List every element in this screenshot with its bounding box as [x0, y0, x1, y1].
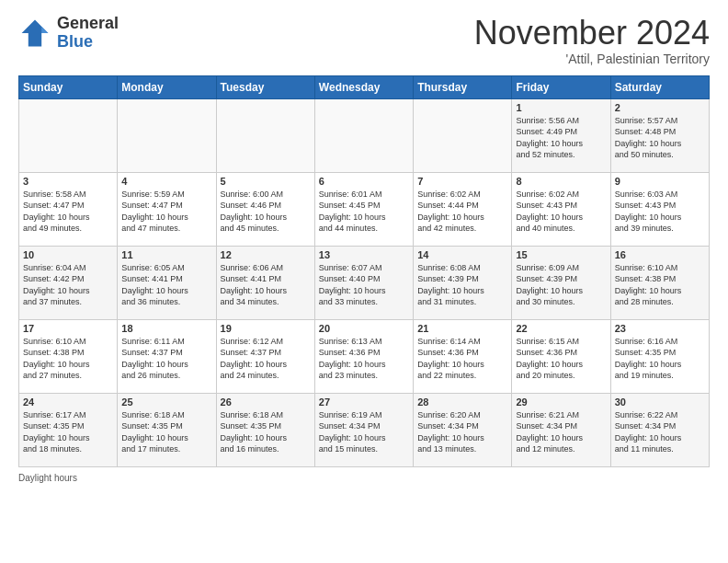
- day-number: 9: [615, 176, 705, 187]
- day-number: 4: [121, 176, 211, 187]
- logo-general: General: [57, 15, 119, 33]
- header: General Blue November 2024 'Attil, Pales…: [18, 15, 710, 66]
- day-number: 1: [516, 102, 606, 113]
- calendar-cell: [19, 98, 118, 172]
- day-number: 6: [319, 176, 409, 187]
- day-info: Sunrise: 6:16 AM Sunset: 4:35 PM Dayligh…: [615, 336, 705, 382]
- location-subtitle: 'Attil, Palestinian Territory: [474, 52, 710, 66]
- calendar-cell: 10Sunrise: 6:04 AM Sunset: 4:42 PM Dayli…: [19, 246, 118, 319]
- daylight-label: Daylight hours: [18, 473, 77, 483]
- day-number: 12: [221, 249, 311, 260]
- day-info: Sunrise: 6:20 AM Sunset: 4:34 PM Dayligh…: [417, 409, 507, 455]
- calendar-week-1: 1Sunrise: 5:56 AM Sunset: 4:49 PM Daylig…: [19, 98, 710, 172]
- calendar-cell: 30Sunrise: 6:22 AM Sunset: 4:34 PM Dayli…: [610, 393, 709, 466]
- day-info: Sunrise: 6:07 AM Sunset: 4:40 PM Dayligh…: [319, 262, 409, 308]
- calendar: SundayMondayTuesdayWednesdayThursdayFrid…: [18, 75, 710, 467]
- day-info: Sunrise: 5:58 AM Sunset: 4:47 PM Dayligh…: [23, 189, 113, 235]
- calendar-cell: 16Sunrise: 6:10 AM Sunset: 4:38 PM Dayli…: [610, 246, 709, 319]
- day-info: Sunrise: 6:06 AM Sunset: 4:41 PM Dayligh…: [221, 262, 311, 308]
- calendar-week-3: 10Sunrise: 6:04 AM Sunset: 4:42 PM Dayli…: [19, 246, 710, 319]
- calendar-week-2: 3Sunrise: 5:58 AM Sunset: 4:47 PM Daylig…: [19, 172, 710, 246]
- calendar-cell: 13Sunrise: 6:07 AM Sunset: 4:40 PM Dayli…: [314, 246, 413, 319]
- day-info: Sunrise: 6:15 AM Sunset: 4:36 PM Dayligh…: [516, 336, 606, 382]
- calendar-cell: 17Sunrise: 6:10 AM Sunset: 4:38 PM Dayli…: [19, 319, 118, 393]
- day-number: 22: [516, 323, 606, 334]
- day-number: 26: [221, 396, 311, 408]
- day-number: 14: [417, 249, 507, 260]
- day-number: 27: [319, 396, 409, 408]
- calendar-cell: 26Sunrise: 6:18 AM Sunset: 4:35 PM Dayli…: [216, 393, 314, 466]
- day-number: 24: [23, 396, 113, 408]
- calendar-cell: 11Sunrise: 6:05 AM Sunset: 4:41 PM Dayli…: [118, 246, 216, 319]
- month-title: November 2024: [474, 15, 710, 52]
- day-info: Sunrise: 5:56 AM Sunset: 4:49 PM Dayligh…: [516, 115, 606, 161]
- day-info: Sunrise: 6:02 AM Sunset: 4:43 PM Dayligh…: [516, 189, 606, 235]
- day-info: Sunrise: 6:21 AM Sunset: 4:34 PM Dayligh…: [516, 409, 606, 455]
- title-block: November 2024 'Attil, Palestinian Territ…: [474, 15, 710, 66]
- day-info: Sunrise: 6:18 AM Sunset: 4:35 PM Dayligh…: [121, 409, 211, 455]
- calendar-cell: 20Sunrise: 6:13 AM Sunset: 4:36 PM Dayli…: [314, 319, 413, 393]
- logo: General Blue: [18, 15, 119, 52]
- day-number: 29: [516, 396, 606, 408]
- day-info: Sunrise: 6:03 AM Sunset: 4:43 PM Dayligh…: [615, 189, 705, 235]
- col-header-friday: Friday: [512, 75, 610, 98]
- calendar-cell: 9Sunrise: 6:03 AM Sunset: 4:43 PM Daylig…: [610, 172, 709, 246]
- page: General Blue November 2024 'Attil, Pales…: [0, 0, 728, 563]
- day-info: Sunrise: 6:10 AM Sunset: 4:38 PM Dayligh…: [615, 262, 705, 308]
- calendar-cell: [314, 98, 413, 172]
- day-info: Sunrise: 6:18 AM Sunset: 4:35 PM Dayligh…: [221, 409, 311, 455]
- day-info: Sunrise: 6:09 AM Sunset: 4:39 PM Dayligh…: [516, 262, 606, 308]
- calendar-cell: 22Sunrise: 6:15 AM Sunset: 4:36 PM Dayli…: [512, 319, 610, 393]
- calendar-week-5: 24Sunrise: 6:17 AM Sunset: 4:35 PM Dayli…: [19, 393, 710, 466]
- calendar-cell: 8Sunrise: 6:02 AM Sunset: 4:43 PM Daylig…: [512, 172, 610, 246]
- calendar-cell: [118, 98, 216, 172]
- calendar-cell: 24Sunrise: 6:17 AM Sunset: 4:35 PM Dayli…: [19, 393, 118, 466]
- calendar-cell: 18Sunrise: 6:11 AM Sunset: 4:37 PM Dayli…: [118, 319, 216, 393]
- calendar-cell: 2Sunrise: 5:57 AM Sunset: 4:48 PM Daylig…: [610, 98, 709, 172]
- calendar-cell: 23Sunrise: 6:16 AM Sunset: 4:35 PM Dayli…: [610, 319, 709, 393]
- calendar-header-row: SundayMondayTuesdayWednesdayThursdayFrid…: [19, 75, 710, 98]
- day-number: 10: [23, 249, 113, 260]
- day-info: Sunrise: 6:11 AM Sunset: 4:37 PM Dayligh…: [121, 336, 211, 382]
- day-number: 7: [417, 176, 507, 187]
- calendar-cell: 29Sunrise: 6:21 AM Sunset: 4:34 PM Dayli…: [512, 393, 610, 466]
- calendar-cell: 7Sunrise: 6:02 AM Sunset: 4:44 PM Daylig…: [414, 172, 512, 246]
- day-info: Sunrise: 6:05 AM Sunset: 4:41 PM Dayligh…: [121, 262, 211, 308]
- day-number: 13: [319, 249, 409, 260]
- day-info: Sunrise: 6:02 AM Sunset: 4:44 PM Dayligh…: [417, 189, 507, 235]
- day-info: Sunrise: 6:22 AM Sunset: 4:34 PM Dayligh…: [615, 409, 705, 455]
- day-number: 28: [417, 396, 507, 408]
- day-number: 11: [121, 249, 211, 260]
- footer: Daylight hours: [18, 473, 710, 483]
- day-number: 17: [23, 323, 113, 334]
- day-number: 19: [221, 323, 311, 334]
- day-info: Sunrise: 6:00 AM Sunset: 4:46 PM Dayligh…: [221, 189, 311, 235]
- day-info: Sunrise: 6:14 AM Sunset: 4:36 PM Dayligh…: [417, 336, 507, 382]
- calendar-cell: 14Sunrise: 6:08 AM Sunset: 4:39 PM Dayli…: [414, 246, 512, 319]
- col-header-wednesday: Wednesday: [314, 75, 413, 98]
- calendar-cell: 28Sunrise: 6:20 AM Sunset: 4:34 PM Dayli…: [414, 393, 512, 466]
- day-info: Sunrise: 6:17 AM Sunset: 4:35 PM Dayligh…: [23, 409, 113, 455]
- calendar-cell: 27Sunrise: 6:19 AM Sunset: 4:34 PM Dayli…: [314, 393, 413, 466]
- calendar-cell: 5Sunrise: 6:00 AM Sunset: 4:46 PM Daylig…: [216, 172, 314, 246]
- calendar-cell: 6Sunrise: 6:01 AM Sunset: 4:45 PM Daylig…: [314, 172, 413, 246]
- day-info: Sunrise: 6:08 AM Sunset: 4:39 PM Dayligh…: [417, 262, 507, 308]
- day-number: 25: [121, 396, 211, 408]
- calendar-cell: 15Sunrise: 6:09 AM Sunset: 4:39 PM Dayli…: [512, 246, 610, 319]
- day-number: 16: [615, 249, 705, 260]
- day-info: Sunrise: 5:57 AM Sunset: 4:48 PM Dayligh…: [615, 115, 705, 161]
- col-header-tuesday: Tuesday: [216, 75, 314, 98]
- day-number: 5: [221, 176, 311, 187]
- calendar-cell: [216, 98, 314, 172]
- calendar-cell: [414, 98, 512, 172]
- logo-text: General Blue: [57, 15, 119, 52]
- day-info: Sunrise: 6:04 AM Sunset: 4:42 PM Dayligh…: [23, 262, 113, 308]
- day-info: Sunrise: 6:12 AM Sunset: 4:37 PM Dayligh…: [221, 336, 311, 382]
- calendar-cell: 4Sunrise: 5:59 AM Sunset: 4:47 PM Daylig…: [118, 172, 216, 246]
- col-header-thursday: Thursday: [414, 75, 512, 98]
- calendar-cell: 12Sunrise: 6:06 AM Sunset: 4:41 PM Dayli…: [216, 246, 314, 319]
- day-number: 21: [417, 323, 507, 334]
- day-number: 15: [516, 249, 606, 260]
- day-info: Sunrise: 6:01 AM Sunset: 4:45 PM Dayligh…: [319, 189, 409, 235]
- day-number: 2: [615, 102, 705, 113]
